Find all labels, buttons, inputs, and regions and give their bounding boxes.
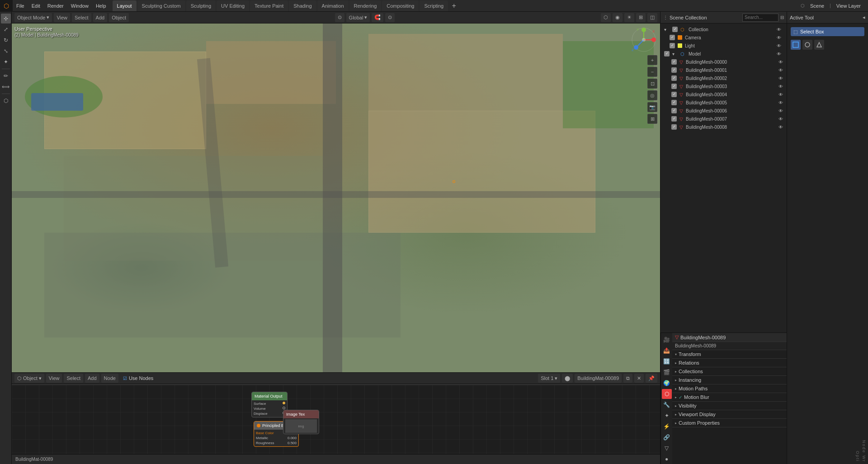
node-editor-type[interactable]: ⬡ Object ▾ — [14, 374, 44, 383]
prop-icon-constraints[interactable]: 🔗 — [662, 432, 672, 442]
mesh-checkbox-4[interactable]: ✓ — [671, 92, 677, 97]
add-menu[interactable]: Add — [93, 13, 108, 22]
mesh-eye-1[interactable]: 👁 — [778, 68, 783, 73]
outliner-mesh-3[interactable]: ✓ ▽ BuildingMesh-00003 👁 — [662, 82, 785, 90]
tool-transform[interactable]: ✦ — [1, 57, 11, 67]
mesh-eye-3[interactable]: 👁 — [778, 84, 783, 89]
prop-icon-render[interactable]: 🎥 — [662, 335, 672, 345]
prop-section-header-3[interactable]: ▸ Instancing — [672, 376, 787, 384]
overlays-toggle[interactable]: ⊞ — [636, 13, 646, 22]
tool-move[interactable]: ⤢ — [1, 24, 11, 34]
use-nodes-checkbox[interactable]: ☑ — [123, 376, 127, 381]
prop-icon-data[interactable]: ▽ — [662, 443, 672, 453]
snap-toggle[interactable]: 🧲 — [372, 13, 383, 22]
mesh-checkbox-3[interactable]: ✓ — [671, 84, 677, 89]
model-checkbox[interactable]: ✓ — [664, 51, 670, 56]
menu-file[interactable]: File — [13, 0, 28, 12]
mesh-checkbox-1[interactable]: ✓ — [671, 67, 677, 73]
tool-annotate[interactable]: ✏ — [1, 71, 11, 81]
outliner-mesh-4[interactable]: ✓ ▽ BuildingMesh-00004 👁 — [662, 90, 785, 98]
view-layer[interactable]: View Layer — [833, 3, 864, 9]
camera-checkbox[interactable]: ✓ — [670, 35, 675, 40]
viewport-shading-solid[interactable]: ⬡ — [601, 13, 611, 22]
material-name[interactable]: BuildingMat-00089 — [575, 374, 622, 383]
outliner-mesh-5[interactable]: ✓ ▽ BuildingMesh-00005 👁 — [662, 98, 785, 107]
collection-checkbox[interactable]: ✓ — [672, 27, 678, 32]
select-menu[interactable]: Select — [72, 13, 91, 22]
prop-section-header-5[interactable]: ▸ ✓ Motion Blur — [672, 393, 787, 401]
camera-eye[interactable]: 👁 — [777, 35, 783, 40]
outliner-collection[interactable]: ▾ ✓ ⬡ Collection 👁 — [662, 25, 785, 33]
use-nodes-toggle[interactable]: ☑ Use Nodes — [120, 375, 156, 381]
menu-help[interactable]: Help — [92, 0, 110, 12]
prop-icon-modifier[interactable]: 🔧 — [662, 400, 672, 410]
outliner-mesh-8[interactable]: ✓ ▽ BuildingMesh-00008 👁 — [662, 123, 785, 131]
mode-selector[interactable]: Object Mode ▾ — [14, 13, 52, 22]
prop-icon-scene[interactable]: 🎬 — [662, 367, 672, 377]
mode-icon-1[interactable] — [791, 40, 801, 50]
tab-texture-paint[interactable]: Texture Paint — [250, 0, 288, 11]
prop-section-header-6[interactable]: ▸ Visibility — [672, 402, 787, 410]
tool-cursor[interactable]: ⊹ — [1, 14, 11, 23]
navigation-gizmo[interactable]: X Y Z — [630, 26, 657, 53]
mesh-eye-2[interactable]: 👁 — [778, 76, 783, 81]
menu-edit[interactable]: Edit — [28, 0, 44, 12]
slot-selector[interactable]: Slot 1 ▾ — [538, 374, 560, 383]
prop-icon-material[interactable]: ● — [662, 454, 672, 464]
tool-rotate[interactable]: ↻ — [1, 35, 11, 45]
object-menu[interactable]: Object — [109, 13, 129, 22]
select-box-row[interactable]: ⬚ Select Box — [791, 27, 864, 36]
tab-uv-editing[interactable]: UV Editing — [217, 0, 249, 11]
prop-icon-view-layer[interactable]: 🔢 — [662, 356, 672, 366]
node-node-menu[interactable]: Node — [101, 374, 118, 383]
node-add-menu[interactable]: Add — [85, 374, 99, 383]
collection-eye[interactable]: 👁 — [777, 27, 783, 32]
mesh-eye-7[interactable]: 👁 — [778, 117, 783, 122]
material-sphere[interactable]: ⬤ — [562, 374, 573, 383]
prop-icon-particles[interactable]: ✦ — [662, 411, 672, 421]
outliner-mesh-2[interactable]: ✓ ▽ BuildingMesh-00002 👁 — [662, 74, 785, 82]
material-copy[interactable]: ⧉ — [623, 374, 632, 383]
prop-icon-world[interactable]: 🌍 — [662, 378, 672, 388]
mesh-checkbox-6[interactable]: ✓ — [671, 108, 677, 113]
mesh-checkbox-7[interactable]: ✓ — [671, 116, 677, 122]
node-select-menu[interactable]: Select — [64, 374, 83, 383]
light-eye[interactable]: 👁 — [777, 43, 783, 48]
frame-icon[interactable]: ⊞ — [647, 114, 657, 124]
node-card-1[interactable]: Material Output Surface Volume Displace — [251, 392, 288, 417]
outliner-filter[interactable]: ⊟ — [780, 15, 784, 20]
menu-render[interactable]: Render — [44, 0, 67, 12]
transform-orientation[interactable]: Global ▾ — [346, 13, 370, 22]
transform-pivot[interactable]: ⊙ — [335, 13, 344, 22]
node-card-texture[interactable]: Image Tex img — [283, 410, 319, 434]
light-checkbox[interactable]: ✓ — [670, 43, 675, 48]
mesh-eye-6[interactable]: 👁 — [778, 108, 783, 113]
material-unlink[interactable]: ✕ — [634, 374, 644, 383]
camera-view-icon[interactable]: 📷 — [647, 102, 657, 112]
prop-section-header-1[interactable]: ▸ Relations — [672, 359, 787, 367]
mode-icon-2[interactable] — [802, 40, 812, 50]
viewport[interactable]: User Perspective (2) Model | BuildingMes… — [12, 23, 660, 372]
viewport-shading-material[interactable]: ◉ — [613, 13, 623, 22]
menu-window[interactable]: Window — [67, 0, 92, 12]
mesh-eye-4[interactable]: 👁 — [778, 92, 783, 97]
outliner-mesh-1[interactable]: ✓ ▽ BuildingMesh-00001 👁 — [662, 66, 785, 74]
local-view-icon[interactable]: ◎ — [647, 90, 657, 100]
active-tool-collapse[interactable]: ◂ — [863, 14, 865, 20]
mesh-eye-5[interactable]: 👁 — [778, 100, 783, 105]
view-all-icon[interactable]: ⊡ — [647, 79, 657, 89]
tool-measure[interactable]: ⟺ — [1, 82, 11, 92]
prop-icon-physics[interactable]: ⚡ — [662, 422, 672, 431]
mesh-eye-8[interactable]: 👁 — [778, 125, 783, 130]
tab-rendering[interactable]: Rendering — [349, 0, 382, 11]
tab-animation[interactable]: Animation — [317, 0, 349, 11]
tab-layout[interactable]: Layout — [113, 0, 137, 11]
proportional-edit[interactable]: ⊙ — [385, 13, 395, 22]
node-view-menu[interactable]: View — [46, 374, 62, 383]
prop-section-header-8[interactable]: ▸ Custom Properties — [672, 419, 787, 427]
prop-section-header-4[interactable]: ▸ Motion Paths — [672, 384, 787, 393]
mesh-checkbox-2[interactable]: ✓ — [671, 75, 677, 81]
tab-add-button[interactable]: + — [449, 1, 459, 11]
outliner-mesh-6[interactable]: ✓ ▽ BuildingMesh-00006 👁 — [662, 107, 785, 115]
zoom-out-icon[interactable]: − — [647, 67, 657, 77]
